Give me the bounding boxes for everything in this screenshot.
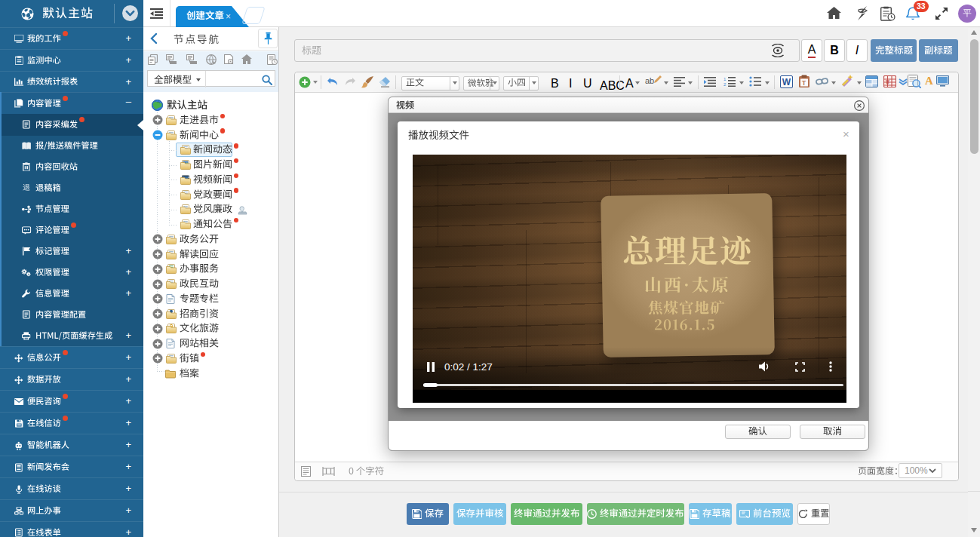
svg-text:¥: ¥ [886,78,889,86]
svg-text:1: 1 [723,77,727,81]
svg-text:T: T [802,79,806,87]
svg-text:2: 2 [723,82,727,87]
